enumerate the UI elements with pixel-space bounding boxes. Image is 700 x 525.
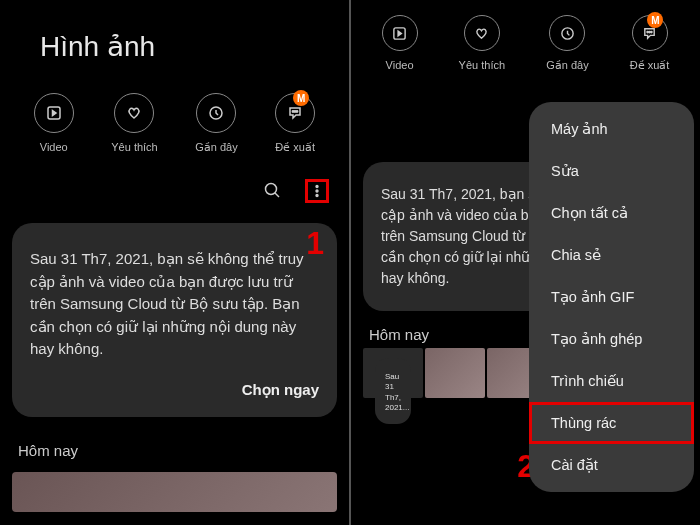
- notice-card: Sau 31 Th7, 2021, bạn s cập ảnh và video…: [363, 162, 543, 311]
- tab-suggestions[interactable]: M Đề xuất: [275, 93, 315, 154]
- tab-label: Gần đây: [546, 59, 588, 72]
- svg-point-2: [293, 111, 294, 112]
- menu-camera[interactable]: Máy ảnh: [529, 108, 694, 150]
- play-icon: [382, 15, 418, 51]
- menu-share[interactable]: Chia sẻ: [529, 234, 694, 276]
- svg-point-11: [647, 31, 648, 32]
- clock-icon: [549, 15, 585, 51]
- menu-settings[interactable]: Cài đặt: [529, 444, 694, 486]
- tab-label: Đề xuất: [630, 59, 670, 72]
- tab-suggestions[interactable]: M Đề xuất: [630, 15, 670, 72]
- menu-create-collage[interactable]: Tạo ảnh ghép: [529, 318, 694, 360]
- tab-label: Đề xuất: [275, 141, 315, 154]
- svg-point-12: [649, 31, 650, 32]
- tab-label: Yêu thích: [459, 59, 505, 71]
- tab-video[interactable]: Video: [382, 15, 418, 72]
- heart-icon: [464, 15, 500, 51]
- svg-point-4: [297, 111, 298, 112]
- annotation-step-1: 1: [306, 225, 324, 262]
- svg-point-13: [651, 31, 652, 32]
- tab-label: Video: [386, 59, 414, 71]
- tab-row: Video Yêu thích Gần đây M Đề xuất: [351, 0, 700, 92]
- svg-point-6: [316, 185, 318, 187]
- tab-video[interactable]: Video: [34, 93, 74, 154]
- menu-slideshow[interactable]: Trình chiếu: [529, 360, 694, 402]
- photo-thumbnail[interactable]: Sau 31 Th7, 2021...: [363, 348, 423, 398]
- tab-row: Video Yêu thích Gần đây M Đề xuất: [0, 83, 349, 179]
- menu-select-all[interactable]: Chọn tất cả: [529, 192, 694, 234]
- svg-point-7: [316, 190, 318, 192]
- clock-icon: [196, 93, 236, 133]
- search-icon[interactable]: [261, 179, 285, 203]
- svg-point-5: [266, 184, 277, 195]
- notice-text: Sau 31 Th7, 2021, bạn s cập ảnh và video…: [381, 184, 543, 289]
- photo-thumbnail[interactable]: [12, 472, 337, 512]
- play-icon: [34, 93, 74, 133]
- heart-icon: [114, 93, 154, 133]
- svg-point-3: [295, 111, 296, 112]
- notice-card: Sau 31 Th7, 2021, bạn sẽ không thể truy …: [12, 223, 337, 417]
- panel-right: Video Yêu thích Gần đây M Đề xuất Sau 31…: [351, 0, 700, 525]
- menu-create-gif[interactable]: Tạo ảnh GIF: [529, 276, 694, 318]
- tab-label: Video: [40, 141, 68, 153]
- menu-trash[interactable]: Thùng rác: [529, 402, 694, 444]
- tab-recent[interactable]: Gần đây: [546, 15, 588, 72]
- notice-action-button[interactable]: Chọn ngay: [30, 381, 319, 399]
- tab-favorites[interactable]: Yêu thích: [111, 93, 157, 154]
- action-bar: [0, 179, 349, 213]
- notice-text: Sau 31 Th7, 2021, bạn sẽ không thể truy …: [30, 248, 319, 361]
- overflow-menu: Máy ảnh Sửa Chọn tất cả Chia sẻ Tạo ảnh …: [529, 102, 694, 492]
- tab-favorites[interactable]: Yêu thích: [459, 15, 505, 72]
- svg-point-8: [316, 194, 318, 196]
- more-icon[interactable]: [305, 179, 329, 203]
- page-title: Hình ảnh: [0, 0, 349, 83]
- menu-edit[interactable]: Sửa: [529, 150, 694, 192]
- tab-label: Gần đây: [195, 141, 237, 154]
- tab-label: Yêu thích: [111, 141, 157, 153]
- panel-left: Hình ảnh Video Yêu thích Gần đây M Đề xu…: [0, 0, 349, 525]
- tab-recent[interactable]: Gần đây: [195, 93, 237, 154]
- photo-thumbnail[interactable]: [425, 348, 485, 398]
- section-today: Hôm nay: [0, 427, 349, 464]
